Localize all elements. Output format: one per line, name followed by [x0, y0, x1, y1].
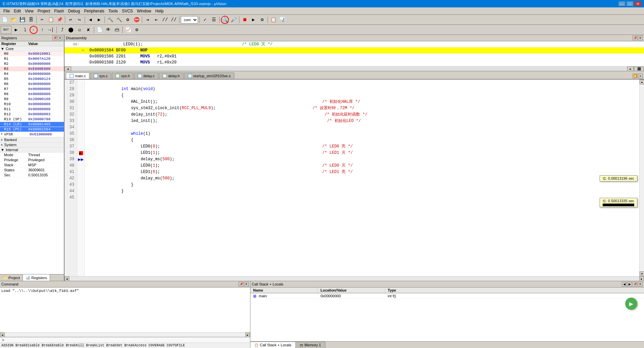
cut-button[interactable]: ✂ — [38, 16, 46, 24]
editor-scroll-track[interactable] — [69, 276, 639, 281]
maximize-button[interactable]: □ — [627, 1, 633, 6]
tab-delay-h[interactable]: delay.h — [159, 73, 184, 79]
cmd-scroll-track[interactable] — [5, 333, 245, 337]
translate-button[interactable]: ⚙ — [124, 16, 132, 24]
cmd-pin-button[interactable]: 📌 — [239, 282, 243, 287]
memory-button[interactable]: 🗃 — [113, 26, 121, 34]
check-button[interactable]: ✓ — [201, 16, 209, 24]
scroll-down-button[interactable]: ▼ — [640, 271, 644, 276]
registers-pin-button[interactable]: 📌 — [52, 36, 57, 40]
logic-analyzer-button[interactable]: 📊 — [278, 16, 286, 24]
uncomment-button[interactable]: // — [170, 16, 178, 24]
reg-xpsr-expand[interactable]: + — [0, 132, 3, 137]
search-button[interactable]: 🔎 — [230, 16, 238, 24]
minimize-button[interactable]: — — [618, 1, 625, 6]
enable-bp-button[interactable]: ☑ — [76, 26, 84, 34]
navigate-back-button[interactable]: ◀ — [86, 16, 94, 24]
menu-peripherals[interactable]: Peripherals — [82, 8, 107, 14]
comment-button[interactable]: // — [161, 16, 169, 24]
disasm-scroll-track[interactable] — [71, 67, 627, 71]
run-button[interactable]: ▶ — [12, 26, 20, 34]
editor-vscroll[interactable]: ▲ ▼ — [639, 80, 644, 276]
code-text[interactable]: int main(void) { HAL_Init(); — [85, 80, 639, 276]
menu-svcs[interactable]: SVCS — [120, 8, 135, 14]
menu-project[interactable]: Project — [36, 8, 52, 14]
copy-button[interactable]: 📋 — [47, 16, 55, 24]
tab-startup[interactable]: startup_stm32f103xe.s — [184, 73, 234, 79]
tab-sys-h[interactable]: sys.h — [112, 73, 133, 79]
new-file-button[interactable]: 📄 — [1, 16, 9, 24]
navigate-fwd-button[interactable]: ▶ — [95, 16, 103, 24]
close-button[interactable]: ✕ — [635, 1, 641, 6]
menu-file[interactable]: File — [1, 8, 12, 14]
tab-callstack[interactable]: 📋 Call Stack + Locals — [250, 342, 296, 348]
tab-delay-c[interactable]: delay.c — [134, 73, 158, 79]
cmd-close-button[interactable]: ✕ — [244, 282, 249, 287]
search-circled-button[interactable]: 🔍 — [221, 16, 229, 24]
tab-main-c[interactable]: main.c — [66, 73, 89, 79]
disasm-hscroll[interactable]: ◀ ▶ ⬛ — [65, 66, 644, 71]
internal-expand-icon[interactable]: ▼ — [1, 148, 4, 152]
editor-close-button[interactable]: ✕ — [638, 74, 643, 78]
registers-close-button[interactable]: ✕ — [58, 36, 63, 40]
stop-build-button[interactable]: ⛔ — [132, 16, 140, 24]
build-all-button[interactable]: 🔨 — [115, 16, 123, 24]
scroll-track[interactable] — [640, 84, 644, 271]
menu-flash[interactable]: Flash — [52, 8, 66, 14]
open-file-button[interactable]: 📂 — [9, 16, 17, 24]
banked-expand-icon[interactable]: + — [1, 138, 3, 142]
save-all-button[interactable]: 🗄 — [27, 16, 35, 24]
disasm-pin-button[interactable]: 📌 — [633, 36, 637, 40]
cs-btn-2[interactable]: ▶ — [627, 282, 632, 287]
cs-run-button[interactable]: ▶ — [625, 298, 637, 310]
build-button[interactable]: 🔨 — [106, 16, 114, 24]
menu-view[interactable]: View — [23, 8, 36, 14]
indent-button[interactable]: ⇥ — [144, 16, 152, 24]
clear-bp-button[interactable]: ✘ — [84, 26, 92, 34]
scroll-up-button[interactable]: ▲ — [640, 80, 644, 84]
disasm-scroll-left[interactable]: ◀ — [65, 67, 71, 71]
editor-pin-button[interactable]: 🔼 — [633, 74, 637, 78]
editor-hscroll[interactable]: ◀ ▶ — [65, 276, 644, 281]
stop-debug-button[interactable]: ⏹ — [241, 16, 249, 24]
step-into-button-circled[interactable]: ↓ — [30, 26, 38, 34]
show-next-stmt-button[interactable]: ⤴ — [58, 26, 66, 34]
menu-debug[interactable]: Debug — [66, 8, 82, 14]
tab-memory1[interactable]: 🗃 Memory 1 — [296, 342, 325, 348]
editor-scroll-left[interactable]: ◀ — [65, 276, 69, 281]
run-to-cursor-button[interactable]: →| — [47, 26, 55, 34]
menu-help[interactable]: Help — [153, 8, 166, 14]
core-collapse-icon[interactable]: ▼ — [1, 47, 4, 51]
output-window-button[interactable]: 📋 — [269, 16, 277, 24]
redo-button[interactable]: ↪ — [75, 16, 83, 24]
watch-button[interactable]: 👁 — [104, 26, 112, 34]
system-expand-icon[interactable]: + — [1, 143, 3, 147]
cs-pin-button[interactable]: 📌 — [633, 282, 637, 287]
paste-button[interactable]: 📌 — [55, 16, 64, 24]
target-combo[interactable]: com — [181, 16, 198, 24]
trace-button[interactable]: 📈 — [124, 26, 132, 34]
cs-btn-1[interactable]: ◀ — [622, 282, 627, 287]
menu-tools[interactable]: Tools — [107, 8, 120, 14]
command-input[interactable] — [5, 338, 249, 342]
debug-settings-button[interactable]: ⚙ — [133, 26, 141, 34]
configure-button[interactable]: ⚙ — [258, 16, 266, 24]
cmd-scroll-right[interactable]: ▶ — [245, 333, 250, 337]
step-over-button[interactable]: ⤵ — [21, 26, 29, 34]
command-hscroll[interactable]: ◀ ▶ — [0, 332, 250, 337]
tab-registers[interactable]: 📊 Registers — [23, 274, 50, 281]
breakpoint-button[interactable]: ⬤ — [67, 26, 75, 34]
disasm-scroll-right[interactable]: ▶ — [627, 67, 634, 71]
menu-edit[interactable]: Edit — [12, 8, 23, 14]
save-button[interactable]: 💾 — [18, 16, 26, 24]
tab-project[interactable]: 📁 Project — [0, 274, 23, 281]
step-out-button[interactable]: ↑ — [38, 26, 46, 34]
editor-scroll-right[interactable]: ▶ — [639, 276, 644, 281]
cmd-scroll-left[interactable]: ◀ — [0, 333, 5, 337]
undo-button[interactable]: ↩ — [67, 16, 75, 24]
menu-window[interactable]: Window — [135, 8, 153, 14]
reset-button[interactable]: RST — [1, 26, 11, 34]
cs-close-button[interactable]: ✕ — [638, 282, 643, 287]
tab-sys-c[interactable]: sys.c — [90, 73, 111, 79]
disasm-close-button[interactable]: ✕ — [638, 36, 643, 40]
